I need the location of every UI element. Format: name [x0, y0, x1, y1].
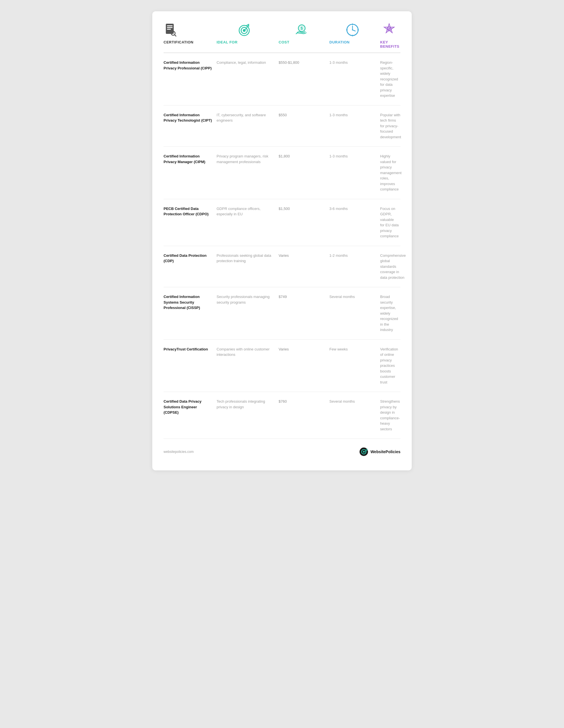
svg-line-5: [175, 35, 176, 36]
cert-name-cell: Certified Data Privacy Solutions Enginee…: [164, 399, 214, 415]
col-ideal-label: IDEAL FOR: [214, 40, 277, 49]
duration-cell: 1-2 months: [327, 253, 378, 258]
col-duration-label: DURATION: [327, 40, 378, 49]
duration-cell: 1-3 months: [327, 154, 378, 159]
cert-icon-cell: [164, 23, 214, 37]
cost-cell: $550: [277, 112, 327, 118]
cert-name-cell: PrivacyTrust Certification: [164, 347, 214, 352]
benefit-text: Highly valued for privacy management rol…: [380, 154, 401, 191]
duration-cell: 3-6 months: [327, 206, 378, 212]
benefit-text: Popular with tech firms for privacy-focu…: [380, 113, 401, 139]
benefit-cell: Popular with tech firms for privacy-focu…: [378, 112, 403, 140]
cert-name: Certified Information Privacy Profession…: [164, 60, 212, 70]
svg-text:$: $: [300, 26, 303, 30]
ideal-text: Security professionals managing security…: [217, 295, 270, 304]
badge-icon: [382, 23, 396, 37]
ideal-text: IT, cybersecurity, and software engineer…: [217, 113, 266, 123]
duration-cell: 1-3 months: [327, 112, 378, 118]
table-body: Certified Information Privacy Profession…: [164, 53, 400, 439]
svg-rect-1: [167, 25, 173, 26]
cost-text: $550: [279, 113, 287, 117]
duration-text: 1-3 months: [329, 60, 348, 65]
duration-text: 1-3 months: [329, 154, 348, 158]
duration-cell: Several months: [327, 399, 378, 404]
ideal-cell: Professionals seeking global data protec…: [214, 253, 277, 264]
benefit-cell: Comprehensive global standards coverage …: [378, 253, 408, 280]
cost-cell: $1,500: [277, 206, 327, 212]
cert-name: PECB Certified Data Protection Officer (…: [164, 207, 209, 216]
cost-cell: $550-$1,800: [277, 60, 327, 65]
duration-text: 3-6 months: [329, 207, 348, 211]
svg-rect-2: [167, 27, 173, 28]
ideal-cell: Companies with online customer interacti…: [214, 347, 277, 358]
ideal-cell: IT, cybersecurity, and software engineer…: [214, 112, 277, 123]
target-icon: [238, 23, 253, 37]
cost-text: $749: [279, 295, 287, 299]
col-benefit-label: KEY BENEFITS: [378, 40, 401, 49]
table-row: Certified Data Protection (CDP) Professi…: [164, 246, 400, 288]
ideal-cell: GDPR compliance officers, especially in …: [214, 206, 277, 217]
duration-text: Several months: [329, 399, 355, 404]
main-card: $: [152, 11, 412, 470]
benefit-cell: Broad security expertise, widely recogni…: [378, 294, 400, 333]
cert-name-cell: Certified Data Protection (CDP): [164, 253, 214, 264]
ideal-cell: Compliance, legal, information: [214, 60, 277, 65]
footer: websitepolicies.com WebsitePolicies: [164, 447, 400, 456]
benefit-text: Verification of online privacy practices…: [380, 347, 398, 384]
cost-text: $550-$1,800: [279, 60, 299, 65]
table-row: Certified Data Privacy Solutions Enginee…: [164, 392, 400, 439]
table-row: Certified Information Privacy Manager (C…: [164, 147, 400, 199]
svg-rect-3: [167, 29, 171, 30]
ideal-text: Compliance, legal, information: [217, 60, 266, 65]
footer-logo: WebsitePolicies: [359, 447, 400, 456]
duration-cell: 1-3 months: [327, 60, 378, 65]
benefit-text: Broad security expertise, widely recogni…: [380, 295, 398, 332]
ideal-text: Privacy program managers, risk managemen…: [217, 154, 269, 164]
ideal-text: Professionals seeking global data protec…: [217, 253, 271, 263]
cost-cell: $760: [277, 399, 327, 404]
duration-text: 1-2 months: [329, 253, 348, 258]
cert-name-cell: Certified Information Privacy Profession…: [164, 60, 214, 71]
footer-logo-icon: [359, 447, 368, 456]
cert-name: Certified Information Systems Security P…: [164, 295, 200, 310]
cost-text: $1,800: [279, 154, 290, 158]
table-row: PrivacyTrust Certification Companies wit…: [164, 340, 400, 392]
cost-icon: $: [294, 23, 309, 37]
cert-name-cell: Certified Information Systems Security P…: [164, 294, 214, 311]
ideal-text: Tech professionals integrating privacy i…: [217, 399, 265, 409]
duration-text: 1-3 months: [329, 113, 348, 117]
cert-name-cell: Certified Information Privacy Technologi…: [164, 112, 214, 123]
col-cost-label: COST: [277, 40, 327, 49]
header-labels-row: CERTIFICATION IDEAL FOR COST DURATION KE…: [164, 40, 400, 53]
cost-text: $1,500: [279, 207, 290, 211]
cert-name: Certified Data Protection (CDP): [164, 253, 207, 263]
benefit-cell: Focus on GDPR, valuable for EU data priv…: [378, 206, 401, 239]
benefit-cell: Highly valued for privacy management rol…: [378, 154, 404, 192]
cert-name-cell: Certified Information Privacy Manager (C…: [164, 154, 214, 165]
cost-text: Varies: [279, 253, 289, 258]
cert-name: PrivacyTrust Certification: [164, 347, 208, 351]
cost-cell: $1,800: [277, 154, 327, 159]
benefit-cell: Strengthens privacy by design in complia…: [378, 399, 402, 432]
col-cert-label: CERTIFICATION: [164, 40, 214, 49]
ideal-cell: Privacy program managers, risk managemen…: [214, 154, 277, 165]
table-row: Certified Information Systems Security P…: [164, 287, 400, 340]
ideal-text: Companies with online customer interacti…: [217, 347, 270, 357]
cost-cell: Varies: [277, 347, 327, 352]
benefit-text: Strengthens privacy by design in complia…: [380, 399, 400, 431]
table-row: PECB Certified Data Protection Officer (…: [164, 199, 400, 246]
ideal-cell: Security professionals managing security…: [214, 294, 277, 305]
badge-icon-cell: [378, 23, 400, 37]
benefit-text: Region-specific, widely recognized for d…: [380, 60, 398, 98]
svg-line-19: [352, 30, 355, 31]
footer-logo-text: WebsitePolicies: [370, 449, 400, 454]
benefit-cell: Verification of online privacy practices…: [378, 347, 400, 385]
benefit-text: Focus on GDPR, valuable for EU data priv…: [380, 207, 399, 238]
certification-icon: [164, 23, 178, 37]
table-row: Certified Information Privacy Profession…: [164, 53, 400, 106]
cost-cell: Varies: [277, 253, 327, 258]
duration-cell: Several months: [327, 294, 378, 300]
ideal-text: GDPR compliance officers, especially in …: [217, 207, 261, 216]
duration-cell: Few weeks: [327, 347, 378, 352]
target-icon-cell: [214, 23, 277, 37]
